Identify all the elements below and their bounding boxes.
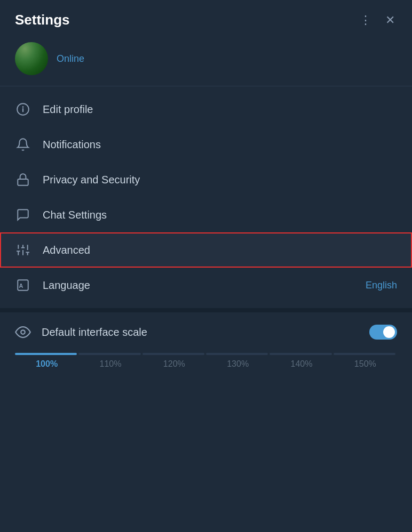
info-icon [15, 101, 31, 117]
settings-panel: Settings ⋮ ✕ Online [0, 0, 412, 532]
sidebar-item-advanced[interactable]: Advanced [0, 232, 412, 268]
eye-icon [15, 324, 31, 340]
scale-section: Default interface scale 100% 110% 120% 1… [0, 312, 412, 384]
scale-labels-row: 100% 110% 120% 130% 140% 150% [15, 359, 397, 369]
privacy-security-label: Privacy and Security [43, 174, 397, 186]
language-value: English [366, 280, 397, 291]
sidebar-item-privacy-security[interactable]: Privacy and Security [0, 162, 412, 197]
scale-label-100[interactable]: 100% [15, 359, 78, 369]
scale-label-150[interactable]: 150% [334, 359, 397, 369]
profile-row: Online [0, 38, 412, 86]
page-title: Settings [15, 12, 70, 28]
scale-segment-1[interactable] [78, 353, 140, 355]
scale-label-140[interactable]: 140% [270, 359, 333, 369]
chat-icon [15, 207, 31, 223]
notifications-label: Notifications [43, 139, 397, 151]
svg-text:A: A [19, 283, 23, 289]
svg-point-15 [21, 330, 25, 334]
close-icon: ✕ [385, 13, 395, 27]
scale-toggle[interactable] [369, 325, 397, 340]
user-status: Online [57, 53, 84, 65]
scale-row: Default interface scale [15, 324, 397, 340]
scale-label-120[interactable]: 120% [142, 359, 206, 369]
scale-segment-4[interactable] [270, 353, 331, 355]
more-icon: ⋮ [360, 13, 371, 27]
bell-icon [15, 136, 31, 152]
scale-segment-3[interactable] [206, 353, 268, 355]
sidebar-item-language[interactable]: A Language English [0, 268, 412, 303]
header-actions: ⋮ ✕ [358, 12, 397, 28]
avatar [15, 42, 48, 75]
scale-segment-2[interactable] [142, 353, 204, 355]
scale-label-110[interactable]: 110% [78, 359, 142, 369]
svg-rect-3 [18, 179, 28, 186]
sidebar-item-edit-profile[interactable]: Edit profile [0, 92, 412, 127]
sliders-icon [15, 242, 31, 258]
scale-segment-0[interactable] [15, 353, 77, 355]
scale-label-130[interactable]: 130% [206, 359, 270, 369]
advanced-label: Advanced [43, 244, 397, 256]
header: Settings ⋮ ✕ [0, 0, 412, 38]
chat-settings-label: Chat Settings [43, 209, 397, 221]
scale-label: Default interface scale [42, 326, 359, 338]
toggle-knob [383, 326, 395, 338]
scale-segment-5[interactable] [334, 353, 395, 355]
sidebar-item-chat-settings[interactable]: Chat Settings [0, 197, 412, 232]
close-button[interactable]: ✕ [383, 12, 397, 28]
scale-bar-row [15, 353, 397, 355]
sidebar-item-notifications[interactable]: Notifications [0, 127, 412, 162]
language-icon: A [15, 277, 31, 293]
lock-icon [15, 172, 31, 188]
menu-section: Edit profile Notifications Privacy and S… [0, 86, 412, 308]
section-divider [0, 308, 412, 312]
language-label: Language [43, 279, 354, 292]
scale-track: 100% 110% 120% 130% 140% 150% [15, 353, 397, 369]
more-options-button[interactable]: ⋮ [358, 12, 374, 28]
avatar-image [15, 42, 48, 75]
edit-profile-label: Edit profile [43, 103, 397, 116]
